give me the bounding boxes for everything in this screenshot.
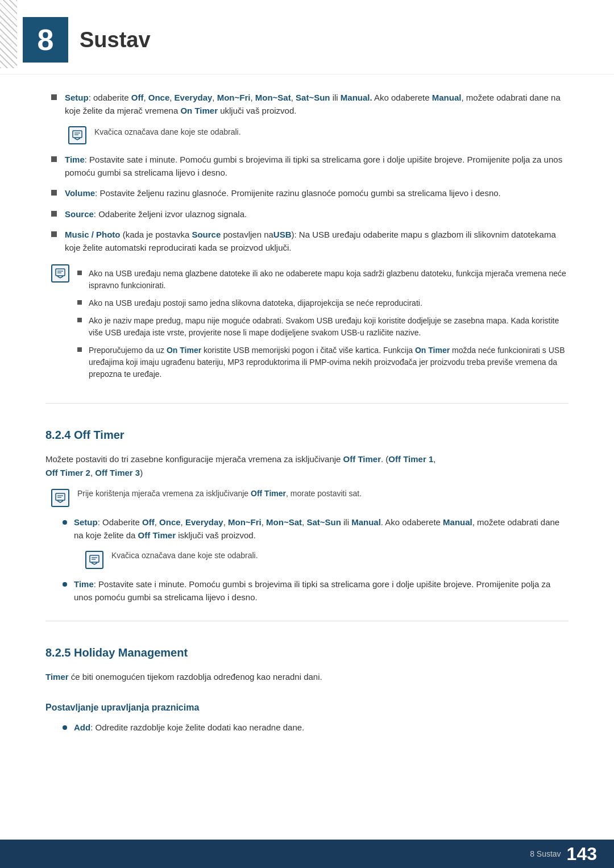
list-item: Volume: Postavite željenu razinu glasnoć… — [45, 187, 569, 200]
note-text-3: Prije korištenja mjerača vremena za iskl… — [77, 488, 362, 500]
bullet-icon — [51, 211, 57, 217]
svg-rect-0 — [73, 131, 82, 138]
main-bullet-list-2: Time: Postavite sate i minute. Pomoću gu… — [45, 153, 569, 254]
main-bullet-list: Setup: odaberite Off, Once, Everyday, Mo… — [45, 92, 569, 117]
svg-rect-3 — [56, 269, 65, 276]
chapter-header: 8 Sustav — [0, 0, 614, 74]
section-825-heading: 8.2.5 Holiday Management — [45, 644, 569, 661]
section-825-intro: Timer će biti onemogućen tijekom razdobl… — [45, 670, 569, 684]
note-icon-2 — [51, 264, 69, 283]
section-824-bullets-2: Time: Postavite sate i minute. Pomoću gu… — [45, 578, 569, 604]
section-825-bullets: Add: Odredite razdoblje koje želite doda… — [45, 721, 569, 734]
divider-2 — [45, 621, 569, 621]
list-item: Ako je naziv mape predug, mapu nije mogu… — [77, 315, 569, 339]
list-item: Music / Photo (kada je postavka Source p… — [45, 229, 569, 254]
note-icon-4 — [85, 551, 103, 569]
bullet-icon — [77, 300, 82, 305]
list-item: Source: Odaberite željeni izvor ulaznog … — [45, 208, 569, 221]
bullet-icon — [63, 520, 67, 525]
note-block-4: Kvačica označava dane koje ste odabrali. — [85, 550, 569, 569]
svg-rect-6 — [56, 493, 65, 500]
bullet-icon — [77, 347, 82, 352]
section-824-heading: 8.2.4 Off Timer — [45, 426, 569, 443]
section-825-sub-heading: Postavljanje upravljanja praznicima — [45, 701, 569, 715]
list-item: Ako na USB uređaju nema glazbene datotek… — [77, 268, 569, 292]
sub-bullet-list-1: Ako na USB uređaju nema glazbene datotek… — [77, 268, 569, 380]
bullet-icon — [51, 156, 57, 162]
chapter-title: Sustav — [80, 24, 151, 56]
list-item: Time: Postavite sate i minute. Pomoću gu… — [63, 578, 569, 604]
note-text-1: Kvačica označava dane koje ste odabrali. — [94, 126, 241, 138]
divider-1 — [45, 403, 569, 404]
note-block-1: Kvačica označava dane koje ste odabrali. — [68, 126, 569, 144]
page-footer: 8 Sustav 143 — [0, 840, 614, 868]
list-item: Setup: odaberite Off, Once, Everyday, Mo… — [45, 92, 569, 117]
footer-label: 8 Sustav — [530, 848, 561, 860]
chapter-number: 8 — [23, 17, 68, 63]
setup-label: Setup — [65, 93, 89, 102]
bullet-icon — [77, 271, 82, 275]
main-content: Setup: odaberite Off, Once, Everyday, Mo… — [0, 92, 614, 776]
note-icon-1 — [68, 126, 86, 144]
note-text-4: Kvačica označava dane koje ste odabrali. — [111, 550, 258, 562]
bullet-icon — [77, 318, 82, 322]
section-824-intro: Možete postaviti do tri zasebne konfigur… — [45, 452, 569, 480]
note-block-2: Ako na USB uređaju nema glazbene datotek… — [51, 263, 569, 386]
bullet-icon — [51, 94, 57, 100]
bullet-icon — [51, 190, 57, 196]
list-item: Add: Odredite razdoblje koje želite doda… — [63, 721, 569, 734]
bullet-icon — [51, 231, 57, 237]
footer-page: 143 — [567, 840, 597, 867]
note-block-3: Prije korištenja mjerača vremena za iskl… — [51, 488, 569, 507]
section-824-bullets: Setup: Odaberite Off, Once, Everyday, Mo… — [45, 516, 569, 542]
list-item: Ako na USB uređaju postoji samo jedna sl… — [77, 297, 569, 309]
list-item: Setup: Odaberite Off, Once, Everyday, Mo… — [63, 516, 569, 542]
list-item: Time: Postavite sate i minute. Pomoću gu… — [45, 153, 569, 179]
note-icon-3 — [51, 489, 69, 507]
svg-rect-9 — [90, 555, 99, 562]
bullet-icon — [63, 725, 67, 730]
stripe-decoration — [0, 0, 17, 68]
list-item: Preporučujemo da uz On Timer koristite U… — [77, 344, 569, 380]
bullet-icon — [63, 582, 67, 587]
